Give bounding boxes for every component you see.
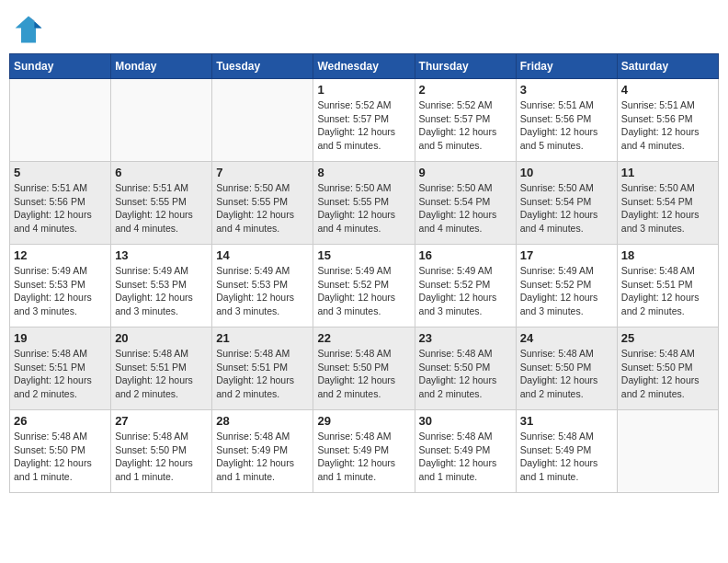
- day-number: 3: [520, 83, 613, 97]
- calendar-cell: 19Sunrise: 5:48 AM Sunset: 5:51 PM Dayli…: [10, 327, 111, 410]
- calendar-cell: 22Sunrise: 5:48 AM Sunset: 5:50 PM Dayli…: [313, 327, 415, 410]
- weekday-header-sunday: Sunday: [10, 54, 111, 79]
- day-info: Sunrise: 5:48 AM Sunset: 5:50 PM Dayligh…: [317, 347, 410, 401]
- calendar-cell: 16Sunrise: 5:49 AM Sunset: 5:52 PM Dayli…: [415, 245, 516, 327]
- day-number: 16: [419, 248, 512, 262]
- weekday-header-friday: Friday: [516, 54, 617, 79]
- day-number: 18: [621, 248, 714, 262]
- day-info: Sunrise: 5:49 AM Sunset: 5:52 PM Dayligh…: [317, 264, 410, 318]
- day-number: 21: [216, 331, 309, 345]
- day-number: 1: [317, 83, 410, 97]
- calendar-cell: 7Sunrise: 5:50 AM Sunset: 5:55 PM Daylig…: [212, 162, 313, 245]
- day-number: 27: [115, 414, 208, 428]
- calendar-cell: 17Sunrise: 5:49 AM Sunset: 5:52 PM Dayli…: [516, 245, 617, 327]
- day-info: Sunrise: 5:48 AM Sunset: 5:50 PM Dayligh…: [115, 430, 208, 484]
- calendar-cell: 30Sunrise: 5:48 AM Sunset: 5:49 PM Dayli…: [415, 410, 516, 493]
- day-number: 17: [520, 248, 613, 262]
- day-number: 22: [317, 331, 410, 345]
- calendar-cell: 12Sunrise: 5:49 AM Sunset: 5:53 PM Dayli…: [10, 245, 111, 327]
- day-number: 10: [520, 166, 613, 179]
- day-info: Sunrise: 5:48 AM Sunset: 5:51 PM Dayligh…: [115, 347, 208, 401]
- day-info: Sunrise: 5:48 AM Sunset: 5:49 PM Dayligh…: [317, 430, 410, 484]
- calendar-cell: 8Sunrise: 5:50 AM Sunset: 5:55 PM Daylig…: [313, 162, 415, 245]
- day-number: 20: [115, 331, 208, 345]
- day-info: Sunrise: 5:50 AM Sunset: 5:54 PM Dayligh…: [621, 181, 714, 236]
- logo: [14, 18, 45, 44]
- svg-marker-0: [16, 17, 42, 43]
- calendar-cell: [212, 79, 313, 162]
- day-info: Sunrise: 5:48 AM Sunset: 5:51 PM Dayligh…: [14, 347, 107, 401]
- day-info: Sunrise: 5:48 AM Sunset: 5:50 PM Dayligh…: [14, 430, 107, 484]
- weekday-header-tuesday: Tuesday: [212, 54, 313, 79]
- calendar-cell: 14Sunrise: 5:49 AM Sunset: 5:53 PM Dayli…: [212, 245, 313, 327]
- day-number: 5: [14, 166, 107, 179]
- calendar-cell: 24Sunrise: 5:48 AM Sunset: 5:50 PM Dayli…: [516, 327, 617, 410]
- weekday-header-thursday: Thursday: [415, 54, 516, 79]
- day-info: Sunrise: 5:48 AM Sunset: 5:49 PM Dayligh…: [216, 430, 309, 484]
- calendar-cell: 11Sunrise: 5:50 AM Sunset: 5:54 PM Dayli…: [617, 162, 718, 245]
- calendar-week-3: 12Sunrise: 5:49 AM Sunset: 5:53 PM Dayli…: [10, 245, 719, 327]
- day-number: 7: [216, 166, 309, 179]
- day-info: Sunrise: 5:49 AM Sunset: 5:53 PM Dayligh…: [216, 264, 309, 318]
- day-info: Sunrise: 5:48 AM Sunset: 5:49 PM Dayligh…: [520, 430, 613, 484]
- day-info: Sunrise: 5:51 AM Sunset: 5:56 PM Dayligh…: [520, 98, 613, 153]
- weekday-header-wednesday: Wednesday: [313, 54, 415, 79]
- weekday-header-monday: Monday: [111, 54, 212, 79]
- day-info: Sunrise: 5:49 AM Sunset: 5:52 PM Dayligh…: [419, 264, 512, 318]
- day-number: 19: [14, 331, 107, 345]
- day-info: Sunrise: 5:51 AM Sunset: 5:56 PM Dayligh…: [621, 98, 714, 153]
- day-number: 26: [14, 414, 107, 428]
- day-info: Sunrise: 5:48 AM Sunset: 5:50 PM Dayligh…: [520, 347, 613, 401]
- calendar-table: SundayMondayTuesdayWednesdayThursdayFrid…: [9, 53, 719, 493]
- calendar-cell: 2Sunrise: 5:52 AM Sunset: 5:57 PM Daylig…: [415, 79, 516, 162]
- day-info: Sunrise: 5:52 AM Sunset: 5:57 PM Dayligh…: [419, 98, 512, 153]
- calendar-week-4: 19Sunrise: 5:48 AM Sunset: 5:51 PM Dayli…: [10, 327, 719, 410]
- calendar-cell: 5Sunrise: 5:51 AM Sunset: 5:56 PM Daylig…: [10, 162, 111, 245]
- calendar-cell: 15Sunrise: 5:49 AM Sunset: 5:52 PM Dayli…: [313, 245, 415, 327]
- day-number: 31: [520, 414, 613, 428]
- day-number: 13: [115, 248, 208, 262]
- day-number: 12: [14, 248, 107, 262]
- calendar-cell: 10Sunrise: 5:50 AM Sunset: 5:54 PM Dayli…: [516, 162, 617, 245]
- page-header: [9, 9, 719, 44]
- day-number: 30: [419, 414, 512, 428]
- calendar-cell: [617, 410, 718, 493]
- calendar-cell: 6Sunrise: 5:51 AM Sunset: 5:55 PM Daylig…: [111, 162, 212, 245]
- calendar-cell: 31Sunrise: 5:48 AM Sunset: 5:49 PM Dayli…: [516, 410, 617, 493]
- calendar-cell: 21Sunrise: 5:48 AM Sunset: 5:51 PM Dayli…: [212, 327, 313, 410]
- day-info: Sunrise: 5:52 AM Sunset: 5:57 PM Dayligh…: [317, 98, 410, 153]
- calendar-cell: 13Sunrise: 5:49 AM Sunset: 5:53 PM Dayli…: [111, 245, 212, 327]
- day-info: Sunrise: 5:48 AM Sunset: 5:50 PM Dayligh…: [621, 347, 714, 401]
- day-number: 8: [317, 166, 410, 179]
- day-number: 11: [621, 166, 714, 179]
- calendar-cell: 1Sunrise: 5:52 AM Sunset: 5:57 PM Daylig…: [313, 79, 415, 162]
- day-info: Sunrise: 5:50 AM Sunset: 5:55 PM Dayligh…: [216, 181, 309, 236]
- day-info: Sunrise: 5:48 AM Sunset: 5:50 PM Dayligh…: [419, 347, 512, 401]
- calendar-cell: 20Sunrise: 5:48 AM Sunset: 5:51 PM Dayli…: [111, 327, 212, 410]
- day-info: Sunrise: 5:51 AM Sunset: 5:55 PM Dayligh…: [115, 181, 208, 236]
- day-info: Sunrise: 5:51 AM Sunset: 5:56 PM Dayligh…: [14, 181, 107, 236]
- calendar-cell: 27Sunrise: 5:48 AM Sunset: 5:50 PM Dayli…: [111, 410, 212, 493]
- day-info: Sunrise: 5:49 AM Sunset: 5:52 PM Dayligh…: [520, 264, 613, 318]
- day-info: Sunrise: 5:50 AM Sunset: 5:55 PM Dayligh…: [317, 181, 410, 236]
- day-number: 6: [115, 166, 208, 179]
- calendar-cell: 18Sunrise: 5:48 AM Sunset: 5:51 PM Dayli…: [617, 245, 718, 327]
- weekday-header-row: SundayMondayTuesdayWednesdayThursdayFrid…: [10, 54, 719, 79]
- day-info: Sunrise: 5:50 AM Sunset: 5:54 PM Dayligh…: [520, 181, 613, 236]
- day-number: 24: [520, 331, 613, 345]
- calendar-cell: [10, 79, 111, 162]
- calendar-cell: 25Sunrise: 5:48 AM Sunset: 5:50 PM Dayli…: [617, 327, 718, 410]
- day-info: Sunrise: 5:48 AM Sunset: 5:51 PM Dayligh…: [216, 347, 309, 401]
- logo-icon: [14, 15, 43, 44]
- day-info: Sunrise: 5:50 AM Sunset: 5:54 PM Dayligh…: [419, 181, 512, 236]
- day-info: Sunrise: 5:49 AM Sunset: 5:53 PM Dayligh…: [115, 264, 208, 318]
- calendar-cell: 28Sunrise: 5:48 AM Sunset: 5:49 PM Dayli…: [212, 410, 313, 493]
- day-number: 14: [216, 248, 309, 262]
- day-number: 25: [621, 331, 714, 345]
- calendar-cell: 4Sunrise: 5:51 AM Sunset: 5:56 PM Daylig…: [617, 79, 718, 162]
- calendar-cell: [111, 79, 212, 162]
- calendar-week-5: 26Sunrise: 5:48 AM Sunset: 5:50 PM Dayli…: [10, 410, 719, 493]
- calendar-week-1: 1Sunrise: 5:52 AM Sunset: 5:57 PM Daylig…: [10, 79, 719, 162]
- day-number: 15: [317, 248, 410, 262]
- day-number: 28: [216, 414, 309, 428]
